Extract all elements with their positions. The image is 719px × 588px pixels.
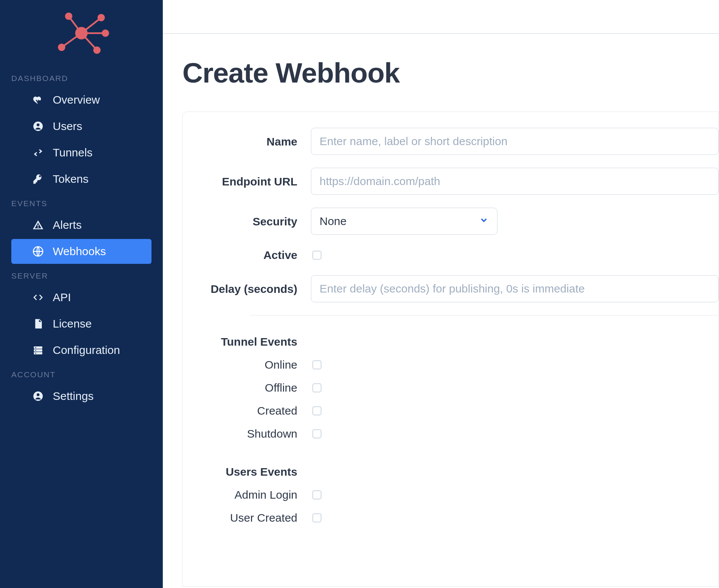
main-area: Create Webhook Name Endpoint URL Securit… xyxy=(163,0,719,588)
label-name: Name xyxy=(202,134,311,149)
svg-point-5 xyxy=(75,27,88,40)
server-icon xyxy=(32,344,44,357)
sidebar-item-label: Webhooks xyxy=(53,245,106,258)
swap-icon xyxy=(32,146,44,159)
sidebar-item-label: Tunnels xyxy=(53,146,93,159)
sidebar-section-dashboard: DASHBOARD xyxy=(0,67,163,87)
form-panel: Name Endpoint URL Security None xyxy=(182,112,719,586)
users-events-title: Users Events xyxy=(202,464,311,479)
label-security: Security xyxy=(202,214,311,229)
label-admin-login: Admin Login xyxy=(202,487,311,502)
sidebar-item-tokens[interactable]: Tokens xyxy=(11,167,151,191)
svg-rect-15 xyxy=(34,349,43,352)
sidebar: DASHBOARD Overview Users Tunnels Tokens … xyxy=(0,0,163,588)
heartbeat-icon xyxy=(32,93,44,106)
sidebar-section-events: EVENTS xyxy=(0,192,163,212)
svg-point-7 xyxy=(98,14,105,21)
tunnel-created-checkbox[interactable] xyxy=(312,406,321,415)
network-icon xyxy=(53,11,110,56)
spacer xyxy=(202,449,719,464)
label-tunnel-offline: Offline xyxy=(202,380,311,395)
svg-point-18 xyxy=(35,350,37,351)
sidebar-item-users[interactable]: Users xyxy=(11,114,151,139)
svg-point-19 xyxy=(35,353,37,354)
svg-point-10 xyxy=(58,44,66,51)
svg-point-6 xyxy=(65,12,73,20)
label-active: Active xyxy=(202,248,311,262)
security-select[interactable]: None xyxy=(311,208,497,235)
row-delay: Delay (seconds) xyxy=(202,275,719,302)
row-user-created: User Created xyxy=(202,510,719,525)
key-icon xyxy=(32,173,44,185)
divider xyxy=(251,315,719,315)
sidebar-item-tunnels[interactable]: Tunnels xyxy=(11,140,151,165)
name-input[interactable] xyxy=(311,128,719,155)
globe-icon xyxy=(32,245,44,258)
svg-point-21 xyxy=(37,394,40,397)
row-tunnel-created: Created xyxy=(202,403,719,418)
label-user-created: User Created xyxy=(202,510,311,525)
svg-point-12 xyxy=(37,124,40,127)
code-icon xyxy=(32,291,44,304)
label-tunnel-online: Online xyxy=(202,357,311,372)
tunnel-events-title: Tunnel Events xyxy=(202,334,311,349)
sidebar-item-license[interactable]: License xyxy=(11,311,151,336)
sidebar-item-label: Tokens xyxy=(53,173,89,185)
row-endpoint: Endpoint URL xyxy=(202,168,719,195)
sidebar-item-webhooks[interactable]: Webhooks xyxy=(11,239,151,264)
alert-icon xyxy=(32,219,44,231)
sidebar-item-configuration[interactable]: Configuration xyxy=(11,338,151,363)
label-tunnel-created: Created xyxy=(202,403,311,418)
sidebar-item-label: Overview xyxy=(53,93,100,106)
active-checkbox[interactable] xyxy=(312,251,321,260)
endpoint-url-input[interactable] xyxy=(311,168,719,195)
user-circle-icon xyxy=(32,390,44,403)
admin-login-checkbox[interactable] xyxy=(312,490,321,499)
label-tunnel-shutdown: Shutdown xyxy=(202,426,311,441)
svg-point-9 xyxy=(93,46,101,54)
tunnel-events-header: Tunnel Events xyxy=(202,334,719,349)
label-delay: Delay (seconds) xyxy=(202,282,311,296)
sidebar-item-label: License xyxy=(53,317,92,330)
topbar xyxy=(163,0,719,34)
row-security: Security None xyxy=(202,208,719,235)
user-circle-icon xyxy=(32,120,44,133)
label-endpoint: Endpoint URL xyxy=(202,174,311,189)
tunnel-shutdown-checkbox[interactable] xyxy=(312,429,321,438)
page: Create Webhook Name Endpoint URL Securit… xyxy=(163,34,719,588)
page-title: Create Webhook xyxy=(182,57,719,89)
sidebar-item-label: Alerts xyxy=(53,219,82,231)
row-name: Name xyxy=(202,128,719,155)
svg-rect-14 xyxy=(34,346,43,349)
svg-point-17 xyxy=(35,347,37,348)
sidebar-section-server: SERVER xyxy=(0,265,163,284)
app-root: DASHBOARD Overview Users Tunnels Tokens … xyxy=(0,0,719,588)
sidebar-item-label: API xyxy=(53,291,71,304)
security-selected-value: None xyxy=(320,215,347,228)
sidebar-section-account: ACCOUNT xyxy=(0,363,163,383)
sidebar-item-overview[interactable]: Overview xyxy=(11,87,151,112)
sidebar-item-alerts[interactable]: Alerts xyxy=(11,213,151,237)
row-active: Active xyxy=(202,248,719,262)
row-tunnel-offline: Offline xyxy=(202,380,719,395)
sidebar-item-label: Users xyxy=(53,120,82,133)
logo xyxy=(0,7,163,67)
tunnel-online-checkbox[interactable] xyxy=(312,360,321,369)
delay-input[interactable] xyxy=(311,275,719,302)
row-user-admin-login: Admin Login xyxy=(202,487,719,502)
tunnel-offline-checkbox[interactable] xyxy=(312,383,321,392)
row-tunnel-shutdown: Shutdown xyxy=(202,426,719,441)
sidebar-item-label: Settings xyxy=(53,390,93,403)
sidebar-item-label: Configuration xyxy=(53,344,120,357)
row-tunnel-online: Online xyxy=(202,357,719,372)
svg-point-8 xyxy=(102,29,109,37)
chevron-down-icon xyxy=(479,215,489,228)
users-events-header: Users Events xyxy=(202,464,719,479)
sidebar-item-settings[interactable]: Settings xyxy=(11,384,151,409)
user-created-checkbox[interactable] xyxy=(312,513,321,522)
sidebar-item-api[interactable]: API xyxy=(11,285,151,310)
svg-rect-16 xyxy=(34,352,43,354)
document-icon xyxy=(32,317,44,330)
